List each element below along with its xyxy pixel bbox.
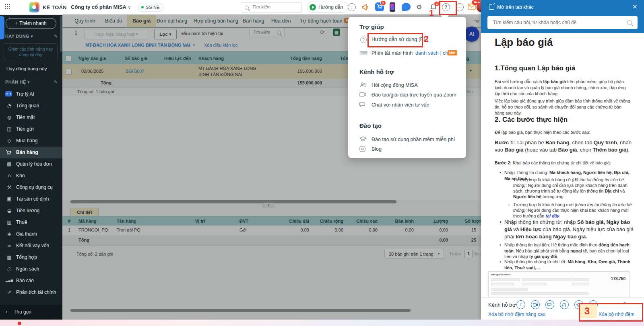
tools-icon: ⚒ — [6, 182, 13, 193]
app-name: KẾ TOÁN — [43, 4, 67, 10]
sidebar-scrollbar[interactable] — [60, 16, 62, 52]
annotation-digit-2: 2 — [424, 34, 429, 44]
chat-support-icon — [359, 102, 367, 107]
article-screenshot: Báo giá BG00007 178.750 — [488, 271, 630, 297]
quick-add-button[interactable]: + Thêm nhanh — [6, 18, 56, 29]
invoice-icon: ▤ — [6, 158, 13, 170]
sidebar-item-thue[interactable]: ▥Thuế — [0, 217, 62, 228]
annotation-digit-1: 1 — [429, 8, 434, 18]
sidebar-item-tien-mat[interactable]: ◍Tiền mặt — [0, 112, 62, 123]
sidebar-item-kho[interactable]: ⌂Kho — [0, 170, 62, 182]
sidebar-item-ket-noi-vay-von[interactable]: ∞Kết nối vay vốn — [0, 240, 62, 252]
megaphone-icon[interactable] — [361, 4, 369, 11]
menu-item-free-training[interactable]: Đào tạo sử dụng phần mềm miễn phí — [372, 137, 455, 142]
bank-icon: ◫ — [6, 123, 13, 135]
sidebar-item-tien-gui[interactable]: ◫Tiền gửi — [0, 123, 62, 135]
headset-icon[interactable] — [560, 300, 569, 309]
play-icon — [310, 4, 316, 10]
salary-icon: ◒ — [6, 205, 13, 217]
graduation-cap-icon — [359, 136, 367, 141]
menu-item-chat-consult[interactable]: Chat với nhân viên tư vấn — [372, 102, 429, 108]
cart-badge: 2 — [380, 0, 386, 6]
menu-item-zoom-training[interactable]: Đào tạo/giải đáp trực tuyến qua Zoom — [372, 92, 456, 98]
search-icon — [627, 20, 632, 25]
fav-page-item[interactable]: Hay dùng trang này — [0, 64, 62, 74]
modules-section[interactable]: PHÂN HỆ ▾ — [5, 80, 30, 85]
paragraph: Bài viết hướng dẫn cách lập báo giá trên… — [495, 79, 632, 97]
sidebar-item-cong-cu-dung-cu[interactable]: ⚒Công cụ dụng cụ — [0, 182, 62, 193]
paragraph: Việc lập báo giá đúng quy trình giúp đảm… — [495, 98, 632, 116]
thumb-title: Báo giá BG00007 — [491, 273, 511, 276]
fixed-asset-icon: ▣ — [6, 193, 13, 205]
mobile-app-icon[interactable] — [390, 2, 395, 12]
sub-bullet-new-customer: Trường hợp là khách hàng mới (chưa tồn t… — [513, 202, 634, 219]
section-1-title: 1.Tổng quan Lập báo giá — [495, 64, 575, 72]
gear-icon[interactable]: ⚙ — [416, 3, 422, 11]
video-channel-icon[interactable] — [531, 300, 540, 309]
menu-item-community[interactable]: Hỏi cộng đồng MISA — [372, 82, 418, 88]
company-selector[interactable]: Công ty cổ phần MISA ∨ — [71, 4, 131, 10]
help-search-input[interactable] — [492, 19, 623, 26]
more-icon[interactable]: ··· — [456, 3, 464, 11]
sidebar-item-ban-hang[interactable]: Bán hàng — [0, 147, 62, 158]
sidebar-item-tong-quan[interactable]: ◔Tổng quan — [0, 100, 62, 112]
menu-item-blog[interactable]: Blog — [372, 146, 382, 152]
sidebar-item-gia-thanh[interactable]: ◈Giá thành — [0, 228, 62, 240]
community-icon — [359, 82, 367, 88]
annotation-box-1 — [439, 1, 457, 15]
sidebar-item-tro-ly-ai[interactable]: Trợ lý AI — [0, 88, 62, 100]
open-new-tab-link[interactable]: Mở trên tab khác — [497, 4, 534, 10]
paragraph: Để lập báo giá, bạn thực hiện theo các b… — [495, 129, 632, 135]
bullet-detail-info: Nhập thông tin chứng từ chi tiết: Mã hàn… — [504, 259, 634, 271]
analytics-icon: ↗ — [6, 287, 13, 298]
guide-button[interactable]: Hướng dẫn — [307, 2, 348, 13]
download-icon[interactable]: ↓ — [348, 3, 356, 11]
shortcut-list-link[interactable]: danh sách — [415, 50, 439, 56]
sidebar-item-quan-ly-hoa-don[interactable]: ▤Quản lý hóa đơn — [0, 158, 62, 170]
help-search[interactable] — [487, 16, 638, 29]
menu-new-badge: Mới — [448, 50, 457, 55]
sub-bullet-existing-customer: Trường hợp là khách hàng cũ (đã tồn tại … — [513, 177, 634, 199]
annotation-digit-3: 3 — [584, 305, 590, 317]
sidebar-item-mua-hang[interactable]: ◇Mua hàng — [0, 135, 62, 147]
sidebar-item-bao-cao[interactable]: ▂▄▆Báo cáo — [0, 275, 62, 287]
app-grid-icon[interactable] — [5, 4, 10, 10]
edit-icon[interactable]: ✎ — [54, 34, 58, 39]
help-article: Lập báo giá 1.Tổng quan Lập báo giá Bài … — [481, 33, 644, 297]
bottom-red-dot — [18, 322, 21, 325]
thumb-total: 178.750 — [611, 277, 625, 281]
menu-item-shortcuts[interactable]: Phím tắt màn hình danh sách | chi tiết — [372, 50, 457, 56]
sidebar-item-tai-san-co-dinh[interactable]: ▣Tài sản cố định — [0, 193, 62, 205]
global-search[interactable] — [241, 2, 302, 13]
sidebar-item-tien-luong[interactable]: ◒Tiền lương — [0, 205, 62, 217]
budget-icon: ◌ — [6, 263, 13, 275]
clear-cache-advanced-link[interactable]: Xóa bộ nhớ đệm nâng cao — [488, 312, 545, 317]
close-icon[interactable]: ✕ — [632, 3, 638, 10]
video-icon — [359, 92, 367, 97]
global-search-input[interactable] — [252, 4, 299, 10]
chat-channel-icon[interactable] — [545, 300, 554, 309]
chat-icon[interactable]: ··· — [402, 3, 411, 11]
question-circle-icon: ? — [359, 36, 367, 43]
favorites-section[interactable]: HAY DÙNG ▾ — [5, 34, 33, 39]
facebook-icon[interactable]: f — [516, 300, 525, 309]
sidebar-item-ngan-sach[interactable]: ◌Ngân sách — [0, 263, 62, 275]
bullet-document-info: Nhập thông tin chứng từ: nhập Số báo giá… — [504, 219, 636, 240]
training-title: Đào tạo — [359, 122, 382, 129]
sidebar-item-phan-tich-tai-chinh[interactable]: ↗Phân tích tài chính — [0, 287, 62, 298]
cash-icon: ◍ — [6, 112, 13, 123]
sales-cart-icon — [6, 147, 13, 155]
cost-tag-icon: ◈ — [6, 228, 13, 240]
annotation-box-2 — [367, 33, 423, 47]
help-panel: Mở trên tab khác ✕ Lập báo giá 1.Tổng qu… — [481, 0, 644, 320]
edit-icon[interactable]: ✎ — [54, 80, 58, 85]
cart-icon[interactable]: 2 — [375, 2, 384, 11]
sidebar: + Thêm nhanh HAY DÙNG ▾ ✎ Ghim các tính … — [0, 14, 62, 320]
collapse-sidebar-button[interactable]: ‹Thu gọn — [0, 305, 62, 320]
step-2: Bước 2: Khai báo các thông tin chứng từ … — [495, 160, 632, 166]
bullet-currency-info: Nhập thông tin loại tiền: Hệ thống mặc đ… — [504, 242, 634, 260]
sidebar-item-tong-hop[interactable]: ▦Tổng hợp — [0, 252, 62, 263]
misa-logo — [29, 2, 39, 12]
edge-blue-tab[interactable] — [0, 16, 4, 39]
branch-badge[interactable]: SG NÉ — [138, 3, 164, 12]
